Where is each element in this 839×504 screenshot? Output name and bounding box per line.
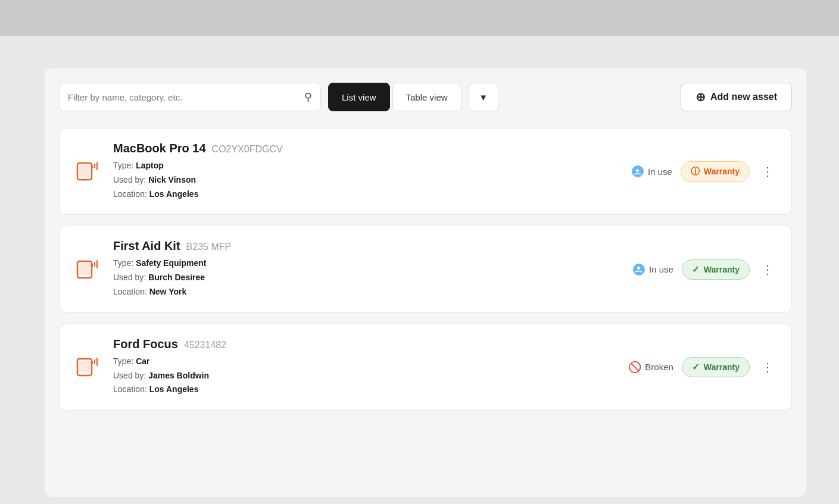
type-label: Type: bbox=[113, 356, 133, 366]
add-asset-button[interactable]: ⊕ Add new asset bbox=[681, 83, 792, 111]
location-value: Los Angeles bbox=[149, 384, 199, 394]
svg-point-13 bbox=[637, 267, 640, 270]
status-text: Broken bbox=[645, 362, 673, 372]
status-text: In use bbox=[649, 264, 673, 274]
more-button[interactable]: ⋮ bbox=[758, 260, 777, 279]
status-text: In use bbox=[648, 167, 672, 177]
view-toggle: List view Table view bbox=[328, 83, 461, 111]
more-icon: ⋮ bbox=[762, 360, 773, 374]
svg-point-7 bbox=[636, 169, 639, 172]
status-badge-inuse: In use bbox=[633, 264, 673, 276]
asset-serial: B235 MFP bbox=[186, 242, 232, 252]
asset-card-macbook: MacBook Pro 14 CO2YX0FDGCV Type: Laptop … bbox=[59, 128, 792, 215]
more-icon: ⋮ bbox=[762, 164, 773, 179]
type-value: Car bbox=[136, 356, 149, 366]
check-icon: ✓ bbox=[692, 264, 700, 275]
used-by-label: Used by: bbox=[113, 371, 146, 380]
asset-right-firstaid: In use ✓ Warranty ⋮ bbox=[633, 259, 777, 280]
type-label: Type: bbox=[113, 161, 133, 170]
asset-icon-firstaid bbox=[74, 255, 102, 284]
warranty-badge-warning: ⓘ Warranty bbox=[681, 161, 750, 182]
used-by-label: Used by: bbox=[113, 175, 146, 184]
location-label: Location: bbox=[113, 287, 147, 296]
asset-meta: Type: Car Used by: James Boldwin Locatio… bbox=[113, 355, 618, 397]
location-label: Location: bbox=[113, 189, 147, 199]
warranty-label: Warranty bbox=[704, 167, 740, 176]
search-input[interactable] bbox=[68, 92, 298, 102]
search-icon: ⚲ bbox=[304, 90, 312, 104]
warranty-badge-ok: ✓ Warranty bbox=[682, 259, 750, 280]
warranty-badge-ok: ✓ Warranty bbox=[682, 357, 750, 377]
warranty-label: Warranty bbox=[704, 362, 740, 372]
location-value: Los Angeles bbox=[149, 189, 199, 199]
broken-icon: 🚫 bbox=[629, 361, 641, 373]
filter-button[interactable]: ▼ bbox=[469, 83, 498, 111]
svg-point-3 bbox=[83, 179, 86, 181]
asset-title-row: MacBook Pro 14 CO2YX0FDGCV bbox=[113, 142, 621, 155]
used-by-label: Used by: bbox=[113, 273, 146, 282]
asset-meta: Type: Laptop Used by: Nick Vinson Locati… bbox=[113, 159, 621, 201]
asset-right-ford: 🚫 Broken ✓ Warranty ⋮ bbox=[629, 357, 777, 377]
asset-serial: 45231482 bbox=[184, 340, 226, 350]
search-box[interactable]: ⚲ bbox=[59, 83, 321, 111]
more-button[interactable]: ⋮ bbox=[758, 358, 777, 377]
more-button[interactable]: ⋮ bbox=[758, 162, 777, 181]
asset-serial: CO2YX0FDGCV bbox=[212, 144, 283, 155]
status-badge-inuse: In use bbox=[632, 165, 672, 177]
asset-icon-macbook bbox=[74, 157, 102, 186]
svg-rect-1 bbox=[79, 165, 90, 177]
more-icon: ⋮ bbox=[762, 262, 773, 277]
warning-icon: ⓘ bbox=[691, 166, 700, 177]
type-label: Type: bbox=[113, 258, 133, 268]
asset-name: First Aid Kit bbox=[113, 239, 180, 253]
asset-title-row: First Aid Kit B235 MFP bbox=[113, 239, 622, 253]
svg-rect-9 bbox=[79, 263, 90, 275]
location-label: Location: bbox=[113, 384, 147, 394]
type-value: Safety Equipment bbox=[136, 258, 206, 268]
check-icon: ✓ bbox=[692, 362, 700, 372]
asset-meta: Type: Safety Equipment Used by: Burch De… bbox=[113, 256, 622, 299]
svg-rect-15 bbox=[79, 361, 90, 372]
asset-icon-ford bbox=[74, 353, 102, 381]
asset-card-ford: Ford Focus 45231482 Type: Car Used by: J… bbox=[59, 324, 792, 411]
asset-info-macbook: MacBook Pro 14 CO2YX0FDGCV Type: Laptop … bbox=[113, 142, 621, 201]
filter-icon: ▼ bbox=[479, 92, 488, 102]
warranty-label: Warranty bbox=[704, 265, 740, 274]
plus-circle-icon: ⊕ bbox=[695, 90, 706, 104]
asset-info-firstaid: First Aid Kit B235 MFP Type: Safety Equi… bbox=[113, 239, 622, 299]
asset-name: MacBook Pro 14 bbox=[113, 142, 206, 155]
add-asset-label: Add new asset bbox=[710, 92, 777, 102]
used-by-value: Burch Desiree bbox=[148, 273, 205, 282]
asset-card-firstaid: First Aid Kit B235 MFP Type: Safety Equi… bbox=[59, 226, 792, 312]
user-icon bbox=[633, 264, 645, 276]
asset-info-ford: Ford Focus 45231482 Type: Car Used by: J… bbox=[113, 337, 618, 397]
location-value: New York bbox=[149, 287, 187, 296]
type-value: Laptop bbox=[136, 161, 164, 170]
asset-right-macbook: In use ⓘ Warranty ⋮ bbox=[632, 161, 777, 182]
main-panel: ⚲ List view Table view ▼ ⊕ Add new asset bbox=[45, 68, 806, 497]
list-view-button[interactable]: List view bbox=[328, 83, 390, 111]
table-view-button[interactable]: Table view bbox=[392, 83, 461, 111]
used-by-value: James Boldwin bbox=[148, 371, 209, 380]
asset-list: MacBook Pro 14 CO2YX0FDGCV Type: Laptop … bbox=[59, 128, 792, 411]
asset-name: Ford Focus bbox=[113, 337, 178, 351]
user-icon bbox=[632, 165, 644, 177]
used-by-value: Nick Vinson bbox=[148, 175, 196, 184]
status-badge-broken: 🚫 Broken bbox=[629, 361, 673, 373]
top-bar: ⚲ List view Table view ▼ ⊕ Add new asset bbox=[59, 83, 792, 111]
asset-title-row: Ford Focus 45231482 bbox=[113, 337, 618, 351]
